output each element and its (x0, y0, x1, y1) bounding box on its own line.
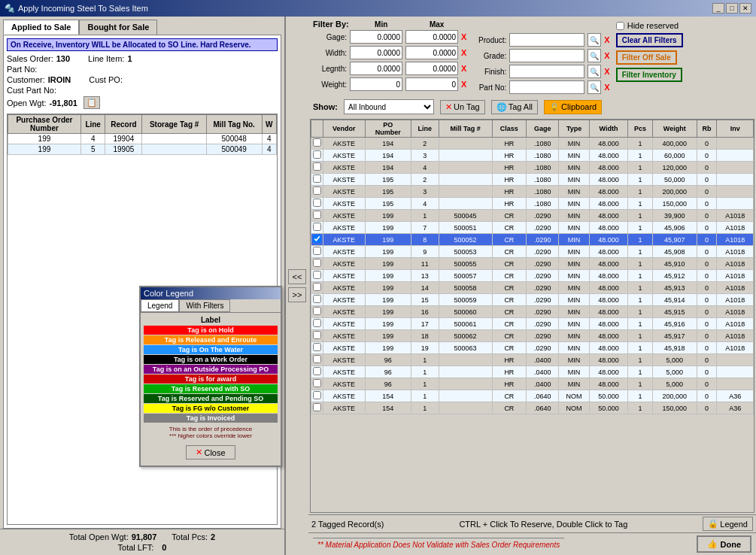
arrow-left-button[interactable]: << (288, 269, 307, 284)
width-min-input[interactable] (350, 46, 402, 59)
right-table-row[interactable]: AKSTE 199 15 500059 CR .0290 MIN 48.000 … (311, 294, 754, 306)
left-table-row[interactable]: 199 4 19904 500048 4 (8, 134, 277, 144)
row-checkbox[interactable] (313, 211, 321, 219)
row-checkbox[interactable] (313, 319, 321, 327)
right-table-row[interactable]: AKSTE 199 8 500052 CR .0290 MIN 48.000 1… (311, 234, 754, 246)
row-checkbox-cell[interactable] (311, 306, 323, 318)
width-max-input[interactable] (405, 46, 458, 59)
filter-inventory-button[interactable]: Filter Inventory (616, 68, 682, 82)
hide-reserved-checkbox[interactable] (616, 22, 624, 30)
row-checkbox[interactable] (313, 187, 321, 195)
open-wgt-button[interactable]: 📋 (83, 96, 100, 109)
right-table-row[interactable]: AKSTE 154 1 CR .0640 NOM 50.000 1 150,00… (311, 402, 754, 414)
row-checkbox[interactable] (313, 271, 321, 279)
row-checkbox[interactable] (313, 295, 321, 303)
row-checkbox-cell[interactable] (311, 258, 323, 270)
row-checkbox[interactable] (313, 223, 321, 231)
minimize-button[interactable]: _ (712, 3, 724, 14)
row-checkbox-cell[interactable] (311, 186, 323, 198)
left-table-row[interactable]: 199 5 19905 500049 4 (8, 144, 277, 155)
row-checkbox-cell[interactable] (311, 138, 323, 150)
row-checkbox[interactable] (313, 403, 321, 411)
legend-button[interactable]: 🔒 Legend (703, 517, 753, 531)
row-checkbox-cell[interactable] (311, 402, 323, 414)
tag-all-button[interactable]: 🌐 Tag All (491, 100, 538, 114)
clipboard-button[interactable]: 🔒 Clipboard (544, 100, 602, 114)
row-checkbox[interactable] (313, 174, 321, 183)
partno-input[interactable] (509, 80, 584, 94)
right-table-row[interactable]: AKSTE 199 16 500060 CR .0290 MIN 48.000 … (311, 306, 754, 318)
row-checkbox[interactable] (313, 199, 321, 207)
gage-max-input[interactable] (405, 30, 458, 44)
right-table-row[interactable]: AKSTE 96 1 HR .0400 MIN 48.000 1 5,000 0 (311, 354, 754, 366)
right-table-row[interactable]: AKSTE 199 7 500051 CR .0290 MIN 48.000 1… (311, 222, 754, 234)
row-checkbox-cell[interactable] (311, 246, 323, 258)
tab-bought-for-sale[interactable]: Bought for Sale (79, 20, 157, 35)
length-max-input[interactable] (405, 62, 458, 75)
close-button[interactable]: ✕ (739, 3, 751, 14)
finish-clear-button[interactable]: X (604, 67, 609, 76)
right-table-row[interactable]: AKSTE 194 4 HR .1080 MIN 48.000 1 120,00… (311, 162, 754, 174)
legend-tab-legend[interactable]: Legend (141, 299, 179, 312)
row-checkbox[interactable] (313, 343, 321, 351)
row-checkbox[interactable] (313, 355, 321, 363)
row-checkbox[interactable] (313, 283, 321, 291)
right-table-row[interactable]: AKSTE 154 1 CR .0640 NOM 50.000 1 200,00… (311, 390, 754, 402)
row-checkbox-cell[interactable] (311, 342, 323, 354)
row-checkbox[interactable] (313, 235, 321, 243)
right-table-row[interactable]: AKSTE 195 4 HR .1080 MIN 48.000 1 150,00… (311, 198, 754, 210)
row-checkbox-cell[interactable] (311, 318, 323, 330)
row-checkbox-cell[interactable] (311, 222, 323, 234)
grade-input[interactable] (509, 49, 584, 62)
right-table-row[interactable]: AKSTE 195 2 HR .1080 MIN 48.000 1 50,000… (311, 174, 754, 186)
row-checkbox[interactable] (313, 259, 321, 267)
width-clear-button[interactable]: X (461, 48, 466, 57)
row-checkbox[interactable] (313, 150, 321, 159)
gage-min-input[interactable] (350, 30, 402, 44)
weight-clear-button[interactable]: X (461, 80, 466, 89)
row-checkbox-cell[interactable] (311, 294, 323, 306)
product-clear-button[interactable]: X (604, 35, 609, 44)
row-checkbox-cell[interactable] (311, 366, 323, 378)
row-checkbox-cell[interactable] (311, 270, 323, 282)
row-checkbox-cell[interactable] (311, 378, 323, 390)
right-table-row[interactable]: AKSTE 199 19 500063 CR .0290 MIN 48.000 … (311, 342, 754, 354)
partno-clear-button[interactable]: X (604, 83, 609, 92)
right-table-row[interactable]: AKSTE 199 1 500045 CR .0290 MIN 48.000 1… (311, 210, 754, 222)
right-table-row[interactable]: AKSTE 199 14 500058 CR .0290 MIN 48.000 … (311, 282, 754, 294)
legend-tab-with-filters[interactable]: With Filters (179, 299, 230, 312)
length-min-input[interactable] (350, 62, 402, 75)
row-checkbox[interactable] (313, 138, 321, 147)
row-checkbox[interactable] (313, 379, 321, 387)
row-checkbox-cell[interactable] (311, 282, 323, 294)
right-table-row[interactable]: AKSTE 199 9 500053 CR .0290 MIN 48.000 1… (311, 246, 754, 258)
maximize-button[interactable]: □ (726, 3, 738, 14)
right-table-row[interactable]: AKSTE 195 3 HR .1080 MIN 48.000 1 200,00… (311, 186, 754, 198)
right-table-row[interactable]: AKSTE 96 1 HR .0400 MIN 48.000 1 5,000 0 (311, 378, 754, 390)
arrow-right-button[interactable]: >> (288, 287, 307, 302)
product-input[interactable] (509, 33, 584, 47)
finish-search-button[interactable]: 🔍 (587, 65, 601, 78)
length-clear-button[interactable]: X (461, 64, 466, 73)
row-checkbox-cell[interactable] (311, 162, 323, 174)
legend-close-button[interactable]: ✕ Close (186, 445, 235, 459)
clear-all-filters-button[interactable]: Clear All Filters (616, 33, 683, 47)
done-button[interactable]: 👍 Done (697, 535, 752, 553)
right-table-row[interactable]: AKSTE 194 3 HR .1080 MIN 48.000 1 60,000… (311, 150, 754, 162)
row-checkbox-cell[interactable] (311, 390, 323, 402)
right-table-row[interactable]: AKSTE 199 13 500057 CR .0290 MIN 48.000 … (311, 270, 754, 282)
right-table-row[interactable]: AKSTE 96 1 HR .0400 MIN 48.000 1 5,000 0 (311, 366, 754, 378)
row-checkbox-cell[interactable] (311, 198, 323, 210)
row-checkbox-cell[interactable] (311, 330, 323, 342)
partno-search-button[interactable]: 🔍 (587, 80, 601, 94)
tab-applied-to-sale[interactable]: Applied to Sale (3, 20, 79, 35)
row-checkbox-cell[interactable] (311, 354, 323, 366)
row-checkbox[interactable] (313, 331, 321, 339)
right-table-row[interactable]: AKSTE 199 17 500061 CR .0290 MIN 48.000 … (311, 318, 754, 330)
grade-clear-button[interactable]: X (604, 51, 609, 60)
product-search-button[interactable]: 🔍 (587, 33, 601, 47)
row-checkbox[interactable] (313, 307, 321, 315)
gage-clear-button[interactable]: X (461, 32, 466, 41)
right-table-row[interactable]: AKSTE 199 18 500062 CR .0290 MIN 48.000 … (311, 330, 754, 342)
row-checkbox-cell[interactable] (311, 210, 323, 222)
